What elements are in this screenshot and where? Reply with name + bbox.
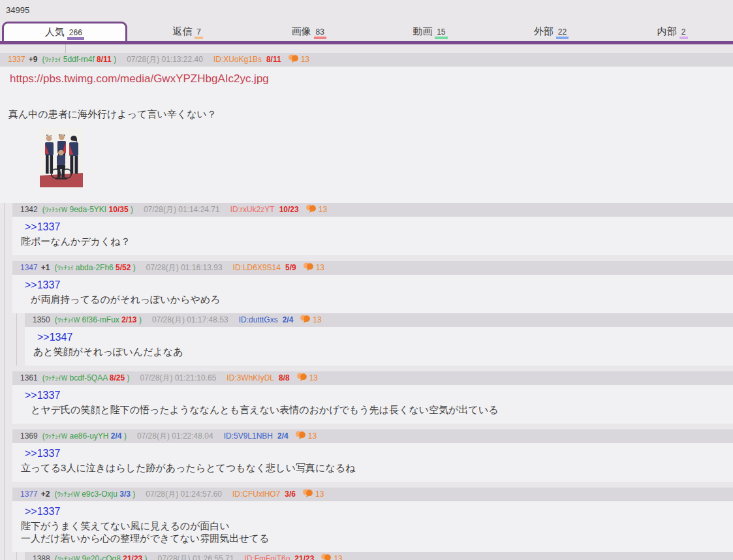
comments-icon (320, 554, 332, 560)
post-body: https://pbs.twimg.com/media/GwxYPZHbgAIc… (0, 67, 733, 203)
anchor-link[interactable]: >>1337 (21, 448, 725, 459)
id-post-count: 21/23 (294, 554, 314, 560)
name-post-count: 2/13 (121, 315, 136, 324)
post-header: 1347+1(ﾜｯﾁｮｲ abda-2Fh6 5/52 )07/28(月) 01… (12, 261, 733, 275)
post-date: 07/28(月) 01:21:10.65 (140, 373, 217, 382)
post-text-line: 立ってる3人に泣きはらした跡があったらとてつもなく悲しい写真になるね (21, 461, 725, 474)
post-text-line: が両肩持ってるのがそれっぽいからやめろ (21, 293, 725, 305)
replies-bubble[interactable]: 13 (300, 315, 321, 324)
poster-name: (ﾜｯﾁｮｲW 9eda-5YKI 10/35 ) (42, 205, 133, 214)
poster-name: (ﾜｯﾁｮｲW 9e20-cQg8 21/23 ) (55, 554, 148, 560)
poster-name: (ﾜｯﾁｮｲW 6f36-mFux 2/13 ) (55, 315, 142, 324)
photo-thumbnail[interactable] (40, 128, 83, 187)
post-1377: 1377+2(ﾜｯﾁｮｲW e9c3-Oxju 3/3 )07/28(月) 01… (12, 488, 733, 560)
post-date: 07/28(月) 01:24:57.60 (146, 490, 222, 499)
poster-id[interactable]: ID:rxUk2zYT (230, 205, 275, 214)
poster-id[interactable]: ID:dutttGxs (239, 315, 278, 324)
post-header: 1342(ﾜｯﾁｮｲW 9eda-5YKI 10/35 )07/28(月) 01… (12, 203, 733, 217)
poster-name: (ﾜｯﾁｮｲW e9c3-Oxju 3/3 ) (54, 490, 135, 499)
post-body: >>1347あと笑顔がそれっぽいんだよなあ (25, 327, 733, 366)
replies-bubble[interactable]: 13 (303, 263, 324, 272)
replies-count: 13 (316, 263, 324, 272)
poster-id[interactable]: ID:CFUxlHO7 (232, 490, 280, 499)
id-post-count: 2/4 (283, 315, 294, 324)
id-post-count: 5/9 (285, 263, 296, 272)
tab-内部[interactable]: 内部2 (612, 22, 733, 41)
post-number[interactable]: 1350 (33, 315, 50, 324)
replies-count: 13 (334, 554, 342, 560)
replies-count: 13 (313, 315, 321, 324)
post-text-line: あと笑顔がそれっぽいんだよなあ (33, 345, 725, 358)
post-number[interactable]: 1361 (20, 373, 38, 382)
tab-label: 外部 (534, 25, 554, 37)
post-1361: 1361(ﾜｯﾁｮｲW bcdf-5QAA 8/25 )07/28(月) 01:… (12, 371, 733, 424)
poster-id[interactable]: ID:XUoKg1Bs (213, 55, 262, 64)
post-header: 1369(ﾜｯﾁｮｲW ae86-uyYH 2/4 )07/28(月) 01:2… (12, 429, 733, 443)
post-number[interactable]: 1377 (20, 490, 38, 499)
poster-id[interactable]: ID:FmFqjT6o (244, 554, 290, 560)
id-post-count: 10/23 (279, 205, 299, 214)
wacchoi-prefix: ﾜｯﾁｮｲW (45, 433, 67, 440)
comments-icon (302, 490, 313, 499)
poster-name: (ﾜｯﾁｮｲ 5ddf-rn4f 8/11 ) (42, 55, 116, 64)
comments-icon (295, 431, 306, 441)
replies-bubble[interactable]: 13 (305, 205, 327, 214)
post-1347: 1347+1(ﾜｯﾁｮｲ abda-2Fh6 5/52 )07/28(月) 01… (12, 261, 733, 366)
image-url-link[interactable]: https://pbs.twimg.com/media/GwxYPZHbgAIc… (10, 72, 269, 86)
replies-bubble[interactable]: 13 (302, 490, 324, 499)
post-header: 1337+9(ﾜｯﾁｮｲ 5ddf-rn4f 8/11 )07/28(月) 01… (0, 53, 733, 67)
replies-count: 13 (309, 373, 318, 382)
reply-group: 1342(ﾜｯﾁｮｲW 9eda-5YKI 10/35 )07/28(月) 01… (4, 203, 733, 560)
post-date: 07/28(月) 01:17:48.53 (152, 315, 228, 324)
tab-人気[interactable]: 人気266 (2, 22, 127, 41)
post-body: >>1337陛ポーなんかデカくね？ (12, 217, 733, 255)
anchor-link[interactable]: >>1337 (21, 279, 725, 291)
post-number[interactable]: 1369 (20, 431, 38, 441)
anchor-link[interactable]: >>1347 (33, 332, 725, 343)
tab-画像[interactable]: 画像83 (248, 22, 369, 41)
poster-id[interactable]: ID:LD6X9S14 (233, 263, 281, 272)
replies-bubble[interactable]: 13 (295, 431, 317, 441)
post-header: 1388(ﾜｯﾁｮｲW 9e20-cQg8 21/23 )07/28(月) 01… (25, 552, 733, 560)
tab-label: 動画 (413, 25, 432, 37)
post-date: 07/28(月) 01:14:24.71 (144, 205, 220, 214)
post-text-line: とヤデ氏の笑顔と陛下の悟ったようななんとも言えない表情のおかげでもう先は長くない… (21, 403, 725, 416)
tab-外部[interactable]: 外部22 (491, 22, 612, 41)
thread-posts: 1337+9(ﾜｯﾁｮｲ 5ddf-rn4f 8/11 )07/28(月) 01… (0, 53, 733, 560)
tab-underline-bar (0, 41, 733, 44)
post-number[interactable]: 1388 (33, 554, 50, 560)
name-post-count: 8/11 (97, 55, 112, 64)
tab-動画[interactable]: 動画15 (369, 22, 491, 41)
poster-id[interactable]: ID:3WhKIyDL (226, 373, 274, 382)
post-number[interactable]: 1342 (20, 205, 38, 214)
name-post-count: 3/3 (119, 490, 131, 499)
post-text-line: 真ん中の患者に海外行けよって言い辛くない？ (8, 108, 725, 120)
tab-返信[interactable]: 返信7 (127, 22, 249, 41)
replies-bubble[interactable]: 13 (320, 554, 342, 560)
poster-id[interactable]: ID:5V9L1NBH (224, 431, 273, 441)
poster-name: (ﾜｯﾁｮｲW ae86-uyYH 2/4 ) (42, 431, 127, 441)
tab-label: 画像 (292, 25, 311, 37)
post-1342: 1342(ﾜｯﾁｮｲW 9eda-5YKI 10/35 )07/28(月) 01… (12, 203, 733, 255)
tab-count-badge: 266 (67, 29, 84, 40)
post-score: +1 (41, 263, 50, 272)
wacchoi-prefix: ﾜｯﾁｮｲ (44, 56, 61, 63)
post-date: 07/28(月) 01:22:48.04 (137, 431, 213, 441)
post-1337: 1337+9(ﾜｯﾁｮｲ 5ddf-rn4f 8/11 )07/28(月) 01… (0, 53, 733, 560)
post-body: >>1337 とヤデ氏の笑顔と陛下の悟ったようななんとも言えない表情のおかげでも… (12, 385, 733, 424)
id-post-count: 8/8 (279, 373, 290, 382)
post-text-line: 陛ポーなんかデカくね？ (21, 235, 725, 247)
replies-bubble[interactable]: 13 (288, 55, 309, 64)
post-number[interactable]: 1337 (8, 55, 25, 64)
wacchoi-prefix: ﾜｯﾁｮｲW (57, 555, 80, 560)
post-body: >>1337 が両肩持ってるのがそれっぽいからやめろ (12, 275, 733, 313)
id-post-count: 3/6 (285, 490, 296, 499)
post-number[interactable]: 1347 (20, 263, 38, 272)
anchor-link[interactable]: >>1337 (21, 221, 725, 233)
anchor-link[interactable]: >>1337 (21, 390, 725, 401)
anchor-link[interactable]: >>1337 (21, 506, 725, 518)
reply-group: 1350(ﾜｯﾁｮｲW 6f36-mFux 2/13 )07/28(月) 01:… (16, 313, 733, 366)
comments-icon (305, 205, 317, 214)
replies-bubble[interactable]: 13 (296, 373, 318, 382)
comments-icon (303, 263, 314, 272)
